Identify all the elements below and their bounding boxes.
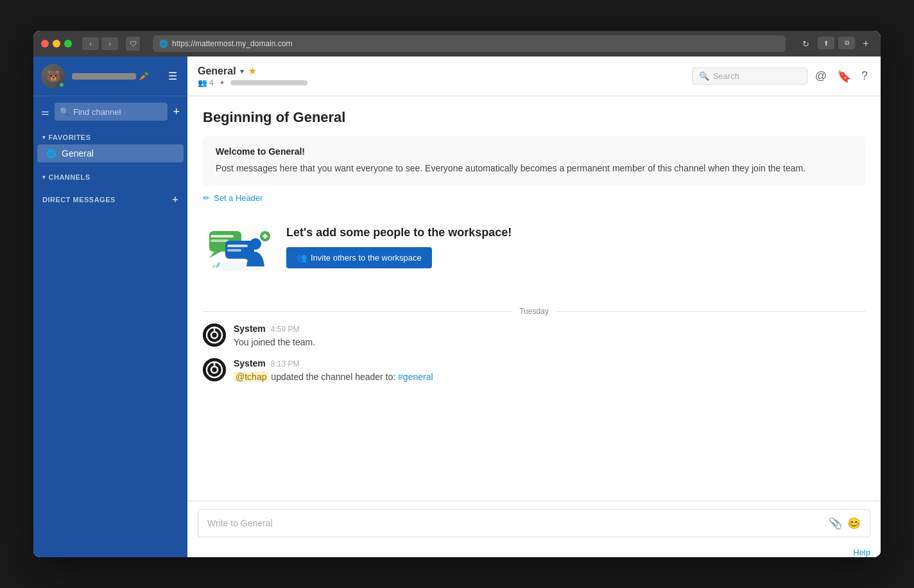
- message-input-box[interactable]: Write to General 📎 😊: [198, 509, 870, 537]
- message-1-time: 4:59 PM: [271, 325, 300, 334]
- svg-rect-6: [227, 245, 248, 247]
- dm-section-header[interactable]: DIRECT MESSAGES +: [33, 191, 187, 208]
- username-masked-bar: [72, 73, 136, 80]
- invite-title: Let's add some people to the workspace!: [286, 226, 512, 239]
- shield-icon: 🛡: [130, 40, 137, 48]
- traffic-lights: [41, 40, 72, 48]
- url-bar[interactable]: 🌐 https://mattermost.my_domain.com: [153, 35, 786, 52]
- message-1-text: You joined the team.: [234, 336, 315, 349]
- search-icon: 🔍: [60, 107, 69, 116]
- channel-meta: 👥 4 ✦: [198, 78, 684, 87]
- refresh-button[interactable]: ↻: [798, 37, 813, 51]
- svg-rect-3: [211, 239, 229, 242]
- input-icons: 📎 😊: [829, 517, 861, 530]
- user-emoji: 🥕: [139, 71, 149, 81]
- beginning-title: Beginning of General: [203, 109, 865, 126]
- set-header-button[interactable]: ✏ Set a Header: [203, 193, 865, 203]
- channels-section-header[interactable]: ▾ CHANNELS: [33, 171, 187, 184]
- channel-link[interactable]: #general: [398, 372, 433, 382]
- share-button[interactable]: ⬆: [818, 37, 834, 49]
- add-channel-button[interactable]: +: [173, 105, 180, 119]
- menu-button[interactable]: ☰: [166, 67, 180, 85]
- svg-marker-4: [209, 252, 221, 258]
- message-1-username: System: [234, 324, 266, 334]
- forward-button[interactable]: ›: [101, 37, 118, 50]
- meta-separator: ✦: [219, 78, 225, 87]
- titlebar: ‹ › 🛡 🌐 https://mattermost.my_domain.com…: [33, 31, 881, 56]
- help-header-button[interactable]: ?: [859, 67, 870, 85]
- message-item-2: System 8:13 PM @tchap updated the channe…: [203, 358, 865, 384]
- members-number: 4: [209, 78, 214, 87]
- message-1-content: System 4:59 PM You joined the team.: [234, 324, 315, 349]
- at-mention-button[interactable]: @: [813, 67, 829, 85]
- message-2-text-part2: updated the channel header to:: [271, 372, 398, 382]
- members-count: 👥 4: [198, 78, 214, 87]
- avatar-wrapper: 🐻: [41, 64, 65, 89]
- channel-dropdown-icon[interactable]: ▾: [240, 67, 244, 76]
- nav-buttons: ‹ ›: [82, 37, 118, 50]
- day-line-right: [556, 311, 865, 312]
- find-channel-input[interactable]: 🔍 Find channel: [55, 103, 168, 121]
- messages-area: Beginning of General Welcome to General!…: [187, 96, 881, 501]
- invite-button-label: Invite others to the workspace: [311, 253, 422, 263]
- filter-icon[interactable]: ⚌: [41, 107, 49, 117]
- channels-arrow-icon: ▾: [42, 174, 46, 180]
- dm-label: DIRECT MESSAGES: [42, 196, 116, 203]
- close-button[interactable]: [41, 40, 49, 48]
- header-actions: 🔍 Search @ 🔖 ?: [692, 67, 870, 86]
- edit-icon: ✏: [203, 193, 210, 203]
- favorites-section-header[interactable]: ▾ FAVORITES: [33, 131, 187, 144]
- set-header-label: Set a Header: [214, 193, 263, 203]
- sidebar-search-area: ⚌ 🔍 Find channel +: [33, 96, 187, 127]
- sidebar-item-general[interactable]: 🌐 General: [37, 144, 184, 162]
- welcome-title: Welcome to General!: [216, 146, 852, 157]
- mention-tchap[interactable]: @tchap: [234, 372, 268, 382]
- system-avatar-1: [203, 324, 226, 347]
- search-placeholder: Search: [713, 71, 739, 81]
- app-window: ‹ › 🛡 🌐 https://mattermost.my_domain.com…: [33, 31, 881, 557]
- search-box[interactable]: 🔍 Search: [692, 67, 807, 85]
- day-divider: Tuesday: [203, 307, 865, 316]
- new-window-button[interactable]: ⧉: [838, 37, 855, 49]
- bookmark-button[interactable]: 🔖: [834, 67, 854, 86]
- favorites-label: FAVORITES: [49, 134, 91, 141]
- invite-section: Let's add some people to the workspace! …: [203, 218, 865, 276]
- app-body: 🐻 🥕 ☰ ⚌ 🔍 Find channel: [33, 56, 881, 557]
- message-item: System 4:59 PM You joined the team.: [203, 324, 865, 349]
- help-link[interactable]: Help: [853, 548, 870, 557]
- user-info: 🥕: [72, 71, 159, 81]
- message-2-username: System: [234, 358, 266, 368]
- channel-description-bar: [230, 80, 307, 85]
- help-row: Help: [187, 545, 881, 557]
- invite-icon: 👥: [297, 253, 307, 263]
- invite-button[interactable]: 👥 Invite others to the workspace: [286, 247, 432, 268]
- star-favorite-icon[interactable]: ★: [248, 65, 257, 77]
- attachment-icon[interactable]: 📎: [829, 517, 842, 530]
- day-line-left: [203, 311, 512, 312]
- svg-point-9: [250, 238, 261, 250]
- channel-name: General: [198, 65, 236, 77]
- username-row: 🥕: [72, 71, 159, 81]
- message-1-header: System 4:59 PM: [234, 324, 315, 334]
- search-box-icon: 🔍: [699, 71, 709, 81]
- find-channel-label: Find channel: [73, 107, 121, 117]
- add-dm-button[interactable]: +: [172, 194, 178, 205]
- general-channel-name: General: [62, 148, 94, 159]
- favorites-section: ▾ FAVORITES 🌐 General: [33, 127, 187, 167]
- favorites-arrow-icon: ▾: [42, 134, 46, 141]
- new-tab-button[interactable]: +: [859, 37, 873, 51]
- direct-messages-section: DIRECT MESSAGES +: [33, 187, 187, 212]
- message-input-area: Write to General 📎 😊: [187, 501, 881, 545]
- minimize-button[interactable]: [53, 40, 60, 48]
- message-2-text: @tchap updated the channel header to: #g…: [234, 370, 433, 384]
- emoji-icon[interactable]: 😊: [847, 517, 861, 530]
- message-2-header: System 8:13 PM: [234, 358, 433, 368]
- message-2-time: 8:13 PM: [271, 359, 300, 368]
- back-button[interactable]: ‹: [82, 37, 99, 50]
- channel-title-row: General ▾ ★: [198, 65, 684, 77]
- sidebar: 🐻 🥕 ☰ ⚌ 🔍 Find channel: [33, 56, 187, 557]
- system-avatar-2: [203, 358, 226, 381]
- message-input-placeholder: Write to General: [207, 518, 273, 528]
- maximize-button[interactable]: [64, 40, 72, 48]
- svg-rect-7: [227, 249, 241, 252]
